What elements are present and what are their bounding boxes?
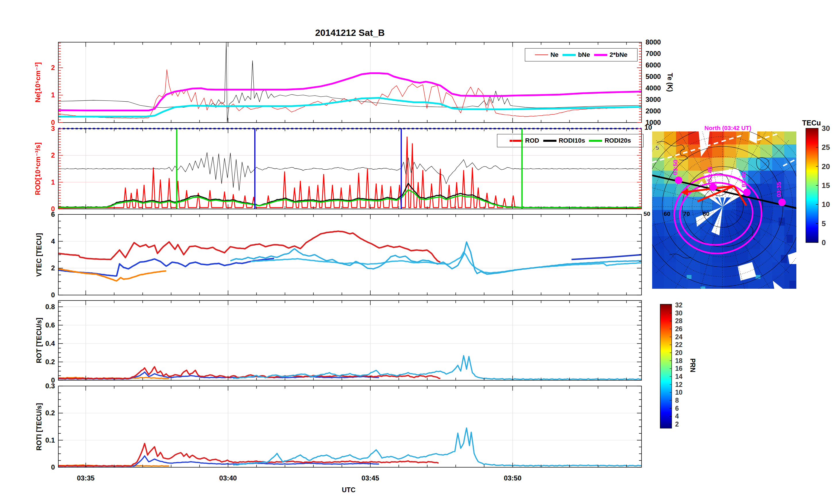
ytick-ne-1: 1 bbox=[51, 91, 55, 99]
ytick-extra-10: 10 bbox=[644, 123, 652, 131]
xtick-03:45: 03:45 bbox=[361, 474, 379, 482]
prn-tick-18: 18 bbox=[675, 357, 683, 365]
prn-tick-30: 30 bbox=[675, 310, 683, 317]
ytick-vtec-2: 2 bbox=[51, 264, 55, 272]
xtick-03:35: 03:35 bbox=[77, 474, 94, 482]
tecu-tick-0: 0 bbox=[822, 238, 826, 247]
prn-tick-12: 12 bbox=[675, 381, 683, 388]
ytick-roti-0: 0 bbox=[51, 463, 55, 471]
prn-tick-8: 8 bbox=[675, 397, 679, 404]
prn-tick-24: 24 bbox=[675, 333, 683, 341]
ytick-te-3000: 3000 bbox=[645, 96, 661, 103]
map-time-label-03:40: 03:40 bbox=[740, 171, 747, 187]
tecu-tick-30: 30 bbox=[822, 124, 830, 133]
ytick-rot-0.8: 0.8 bbox=[45, 303, 55, 311]
ytick-rod-2: 2 bbox=[51, 151, 55, 159]
ytick-te-5000: 5000 bbox=[645, 73, 661, 81]
prn-tick-28: 28 bbox=[675, 317, 683, 325]
prn-tick-22: 22 bbox=[675, 341, 683, 348]
ytick-ne-2: 2 bbox=[51, 64, 55, 71]
ytick-rot-0.4: 0.4 bbox=[45, 340, 55, 347]
ytick-te-4000: 4000 bbox=[645, 84, 661, 92]
map-time-label-03:45: 03:45 bbox=[706, 166, 713, 182]
map-time-label-03:50: 03:50 bbox=[672, 160, 679, 175]
prn-tick-4: 4 bbox=[675, 412, 679, 420]
prn-tick-16: 16 bbox=[675, 365, 683, 372]
tecu-tick-25: 25 bbox=[822, 143, 830, 152]
ytick-rod-3: 3 bbox=[51, 124, 55, 132]
ytick-te-2000: 2000 bbox=[645, 107, 661, 115]
xtick-03:50: 03:50 bbox=[504, 474, 522, 482]
polar-tec-map: 03:5003:4503:4003:35 bbox=[628, 112, 817, 389]
ytick-te-8000: 8000 bbox=[645, 38, 661, 46]
ytick-rod-1: 1 bbox=[51, 178, 55, 186]
tecu-tick-10: 10 bbox=[822, 200, 830, 209]
prn-tick-14: 14 bbox=[675, 373, 683, 380]
ytick-roti-0.3: 0.3 bbox=[45, 382, 55, 390]
ytick-roti-0.2: 0.2 bbox=[45, 409, 55, 417]
ytick-rot-0.6: 0.6 bbox=[45, 321, 55, 329]
prn-tick-26: 26 bbox=[675, 325, 683, 333]
prn-tick-20: 20 bbox=[675, 349, 683, 357]
ytick-te-7000: 7000 bbox=[645, 50, 661, 58]
ytick-rot-0.2: 0.2 bbox=[45, 358, 55, 366]
map-lat-label-80: 80 bbox=[703, 210, 709, 217]
map-lat-label-60: 60 bbox=[664, 210, 670, 217]
ytick-vtec-0: 0 bbox=[51, 291, 55, 299]
tecu-tick-15: 15 bbox=[822, 181, 830, 190]
ytick-vtec-4: 4 bbox=[51, 237, 55, 245]
prn-tick-6: 6 bbox=[675, 405, 679, 412]
prn-tick-10: 10 bbox=[675, 389, 683, 396]
figure-svg: 210321064200.80.60.40.200.30.20.10800070… bbox=[0, 0, 834, 504]
map-lat-label-50: 50 bbox=[643, 210, 650, 217]
map-time-label-03:35: 03:35 bbox=[775, 182, 782, 197]
prn-tick-32: 32 bbox=[675, 301, 683, 309]
ytick-te-6000: 6000 bbox=[645, 61, 661, 69]
map-lat-label-70: 70 bbox=[683, 210, 690, 217]
map-lat-label-5-partial: 5 bbox=[656, 144, 659, 151]
prn-tick-2: 2 bbox=[675, 420, 679, 428]
tecu-tick-20: 20 bbox=[822, 162, 830, 171]
ytick-roti-0.1: 0.1 bbox=[45, 436, 55, 444]
figure-canvas: 20141212 Sat_B Ne[10⁵cm⁻³] ROD[10⁴cm⁻³/s… bbox=[0, 0, 834, 504]
ytick-vtec-6: 6 bbox=[51, 210, 55, 218]
tecu-tick-5: 5 bbox=[822, 219, 826, 228]
xtick-03:40: 03:40 bbox=[219, 474, 237, 482]
